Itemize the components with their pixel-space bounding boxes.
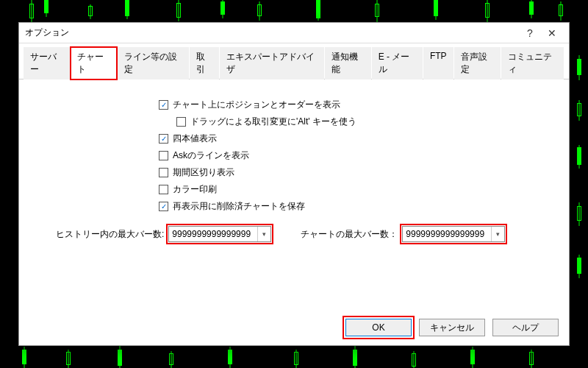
help-button[interactable]: ヘルプ: [492, 319, 559, 336]
ok-button[interactable]: OK: [345, 319, 412, 336]
label-chart-bars: チャートの最大バー数：: [301, 228, 398, 241]
label-ask-line: Askのラインを表示: [173, 149, 249, 162]
window-title: オプション: [25, 26, 519, 39]
checkbox-ask-line[interactable]: [159, 151, 168, 160]
label-ohlc: 四本値表示: [173, 132, 217, 145]
checkbox-ohlc[interactable]: ✓: [159, 134, 168, 144]
checkbox-drag-alt[interactable]: [176, 117, 186, 127]
checkbox-save-deleted[interactable]: ✓: [159, 202, 168, 211]
chevron-down-icon[interactable]: ▾: [491, 227, 504, 241]
cancel-button[interactable]: キャンセル: [419, 319, 485, 336]
label-history-bars: ヒストリー内の最大バー数:: [56, 228, 164, 241]
tab-server[interactable]: サーバー: [24, 47, 70, 79]
options-dialog: オプション ? ✕ サーバー チャート ライン等の設定 取引 エキスパートアドバ…: [18, 22, 570, 346]
close-icon[interactable]: ✕: [541, 25, 563, 41]
tab-community[interactable]: コミュニティ: [501, 47, 564, 79]
dialog-footer: OK キャンセル ヘルプ: [345, 319, 559, 336]
tab-strip: サーバー チャート ライン等の設定 取引 エキスパートアドバイザ 通知機能 E …: [19, 43, 569, 79]
tab-content: ✓チャート上にポジションとオーダーを表示 ドラッグによる取引変更に'Alt' キ…: [19, 79, 569, 242]
label-save-deleted: 再表示用に削除済チャートを保存: [173, 200, 305, 213]
help-icon[interactable]: ?: [519, 25, 541, 41]
checkbox-color-print[interactable]: [159, 185, 168, 194]
tab-audio[interactable]: 音声設定: [454, 47, 501, 79]
checkbox-show-positions[interactable]: ✓: [159, 100, 168, 110]
input-history-bars[interactable]: [169, 229, 257, 239]
tab-lines[interactable]: ライン等の設定: [118, 47, 189, 79]
label-color-print: カラー印刷: [173, 183, 217, 196]
checkbox-period-sep[interactable]: [159, 168, 168, 177]
chevron-down-icon[interactable]: ▾: [257, 227, 270, 241]
tab-ea[interactable]: エキスパートアドバイザ: [220, 47, 324, 79]
input-chart-bars[interactable]: [403, 229, 491, 239]
tab-chart[interactable]: チャート: [71, 47, 117, 79]
combo-chart-bars[interactable]: ▾: [402, 226, 505, 242]
titlebar: オプション ? ✕: [19, 23, 569, 43]
tab-email[interactable]: E - メール: [372, 47, 423, 79]
combo-history-bars[interactable]: ▾: [168, 226, 271, 242]
label-show-positions: チャート上にポジションとオーダーを表示: [173, 99, 340, 111]
tab-notify[interactable]: 通知機能: [325, 47, 371, 79]
label-drag-alt: ドラッグによる取引変更に'Alt' キーを使う: [190, 116, 356, 128]
tab-ftp[interactable]: FTP: [423, 47, 453, 79]
label-period-sep: 期間区切り表示: [173, 166, 234, 179]
tab-trade[interactable]: 取引: [190, 47, 219, 79]
